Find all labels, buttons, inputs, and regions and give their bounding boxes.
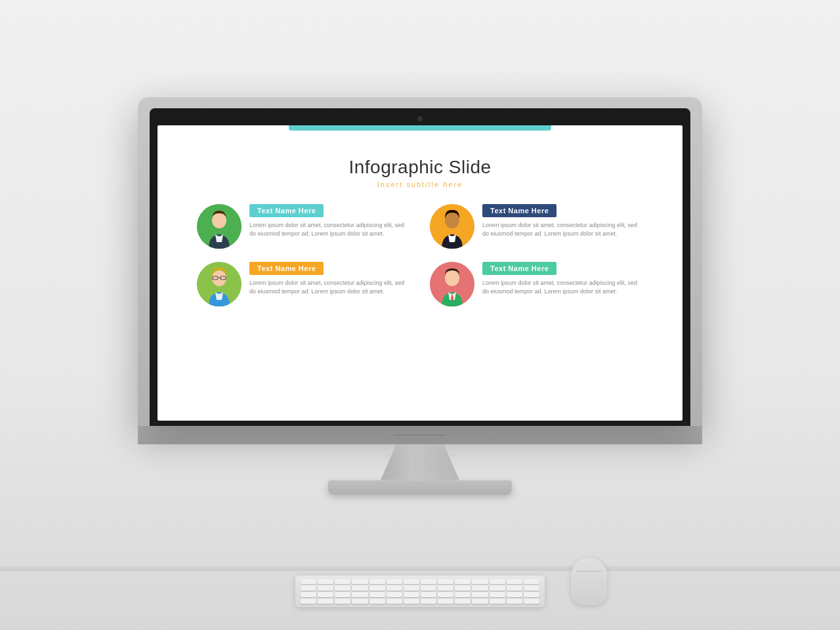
mouse-line bbox=[576, 571, 602, 572]
keyboard-key bbox=[404, 585, 419, 591]
keyboard-key bbox=[524, 598, 539, 604]
keyboard-key bbox=[318, 579, 333, 584]
name-badge-3: Text Name Here bbox=[249, 262, 324, 275]
keyboard-key bbox=[507, 598, 522, 604]
keyboard-key bbox=[472, 585, 488, 591]
svg-point-5 bbox=[212, 270, 226, 286]
keyboard-key bbox=[352, 598, 368, 604]
keyboard-key bbox=[301, 598, 316, 604]
svg-point-10 bbox=[445, 270, 459, 286]
avatar-2 bbox=[430, 204, 474, 249]
stand-neck bbox=[381, 444, 459, 480]
keyboard-key bbox=[301, 585, 316, 591]
keyboard-key bbox=[387, 598, 402, 604]
keyboard-key bbox=[335, 585, 350, 591]
camera-dot bbox=[417, 116, 423, 121]
keyboard-key bbox=[318, 598, 333, 604]
keyboard-key bbox=[455, 592, 471, 597]
keyboard-key bbox=[369, 579, 385, 584]
monitor-chin bbox=[138, 426, 702, 444]
keyboard-key bbox=[472, 592, 488, 597]
keyboard-key bbox=[335, 598, 350, 604]
keyboard-key bbox=[318, 585, 333, 591]
keyboard-key bbox=[421, 592, 436, 597]
keyboard-key bbox=[352, 579, 368, 584]
keyboard-key bbox=[352, 592, 368, 597]
keyboard-key bbox=[438, 592, 453, 597]
keyboard-key bbox=[490, 585, 505, 591]
keyboard-key bbox=[404, 598, 419, 604]
monitor-wrapper: Infographic Slide Insert subtitle here bbox=[138, 96, 702, 495]
screen-bezel: Infographic Slide Insert subtitle here bbox=[150, 108, 690, 426]
card-description-2: Lorem ipsum dolor sit amet, consectetur … bbox=[482, 221, 643, 239]
card-description-1: Lorem ipsum dolor sit amet, consectetur … bbox=[249, 221, 410, 239]
keyboard-key bbox=[369, 585, 385, 591]
name-badge-2: Text Name Here bbox=[482, 204, 556, 217]
keyboard-key bbox=[438, 579, 453, 584]
keyboard-key bbox=[421, 579, 436, 584]
keyboard-key bbox=[438, 598, 453, 604]
avatar-4 bbox=[430, 262, 474, 306]
keyboard-key bbox=[387, 585, 402, 591]
keyboard-key bbox=[507, 579, 522, 584]
person-card-3: Text Name Here Lorem ipsum dolor sit ame… bbox=[197, 262, 410, 306]
keyboard-key bbox=[335, 579, 350, 584]
avatar-1 bbox=[197, 204, 242, 249]
keyboard-key bbox=[387, 592, 402, 597]
person-card-2: Text Name Here Lorem ipsum dolor sit ame… bbox=[430, 204, 643, 249]
name-badge-4: Text Name Here bbox=[482, 262, 556, 275]
chin-line bbox=[394, 434, 446, 436]
mouse bbox=[571, 558, 607, 605]
avatar-3 bbox=[197, 262, 242, 306]
keyboard-key bbox=[335, 592, 350, 597]
keyboard-key bbox=[455, 598, 471, 604]
keyboard-key bbox=[387, 579, 402, 584]
keyboard-key bbox=[455, 579, 471, 584]
keyboard-key bbox=[490, 592, 505, 597]
keyboard-key bbox=[524, 585, 539, 591]
keyboard-key bbox=[421, 585, 436, 591]
screen: Infographic Slide Insert subtitle here bbox=[158, 125, 682, 421]
keyboard-key bbox=[472, 579, 488, 584]
card-description-3: Lorem ipsum dolor sit amet, consectetur … bbox=[249, 279, 410, 297]
keyboard-key bbox=[524, 579, 539, 584]
top-bar-accent bbox=[289, 125, 551, 131]
card-text-3: Text Name Here Lorem ipsum dolor sit ame… bbox=[249, 262, 410, 297]
keyboard-key bbox=[507, 585, 522, 591]
keyboard-key bbox=[438, 585, 453, 591]
monitor-outer: Infographic Slide Insert subtitle here bbox=[138, 96, 702, 426]
keyboard-key bbox=[404, 579, 419, 584]
keyboard-key bbox=[507, 592, 522, 597]
stand-base bbox=[328, 480, 512, 495]
card-text-2: Text Name Here Lorem ipsum dolor sit ame… bbox=[482, 204, 643, 239]
keyboard-key bbox=[524, 592, 539, 597]
keyboard-key bbox=[301, 592, 316, 597]
slide-title: Infographic Slide bbox=[348, 157, 491, 178]
svg-point-1 bbox=[212, 213, 226, 228]
keyboard-key bbox=[318, 592, 333, 597]
name-badge-1: Text Name Here bbox=[249, 204, 324, 217]
keyboard-key bbox=[421, 598, 436, 604]
svg-point-3 bbox=[445, 213, 459, 228]
slide-content: Infographic Slide Insert subtitle here bbox=[158, 125, 682, 421]
keyboard-key bbox=[301, 579, 316, 584]
person-card-4: Text Name Here Lorem ipsum dolor sit ame… bbox=[430, 262, 643, 306]
cards-grid: Text Name Here Lorem ipsum dolor sit ame… bbox=[190, 204, 650, 306]
card-description-4: Lorem ipsum dolor sit amet, consectetur … bbox=[482, 279, 643, 297]
keyboard-key bbox=[404, 592, 419, 597]
keyboard-key bbox=[490, 598, 505, 604]
keyboard-key bbox=[472, 598, 488, 604]
desk-surface bbox=[0, 566, 840, 571]
keyboard-key bbox=[455, 585, 471, 591]
keyboard bbox=[295, 576, 545, 607]
keyboard-key bbox=[490, 579, 505, 584]
keyboard-key bbox=[369, 592, 385, 597]
card-text-1: Text Name Here Lorem ipsum dolor sit ame… bbox=[249, 204, 410, 239]
keyboard-key bbox=[369, 598, 385, 604]
slide-subtitle: Insert subtitle here bbox=[377, 180, 463, 188]
card-text-4: Text Name Here Lorem ipsum dolor sit ame… bbox=[482, 262, 643, 297]
person-card-1: Text Name Here Lorem ipsum dolor sit ame… bbox=[197, 204, 410, 249]
keyboard-key bbox=[352, 585, 368, 591]
